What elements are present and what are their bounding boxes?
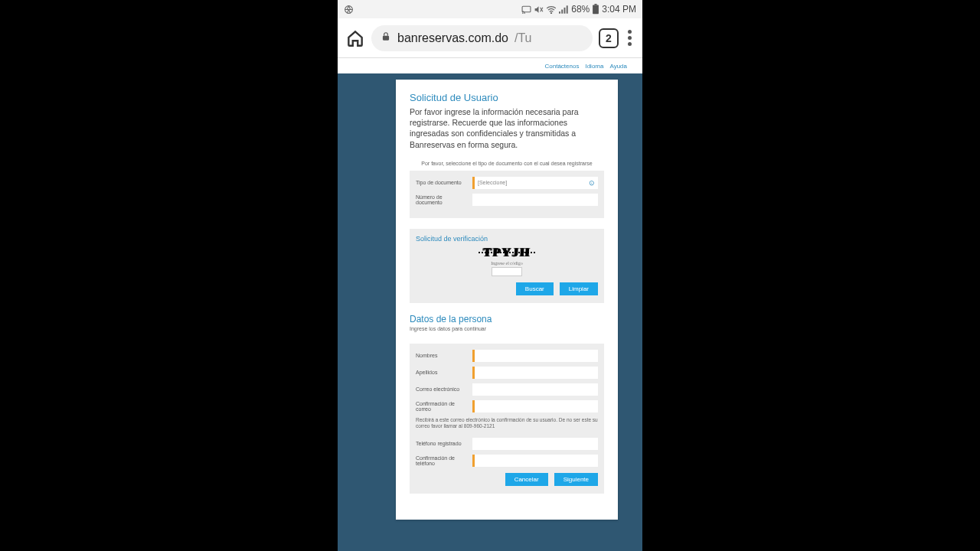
email-label: Correo electrónico	[416, 386, 468, 392]
person-section: Nombres Apellidos Correo electrónico Con…	[410, 344, 604, 494]
link-contact[interactable]: Contáctenos	[545, 63, 580, 70]
captcha-image: TPYJH	[482, 246, 531, 259]
apellidos-label: Apellidos	[416, 370, 468, 375]
svg-point-4	[551, 12, 552, 13]
verify-title: Solicitud de verificación	[416, 235, 598, 243]
battery-icon	[592, 4, 599, 15]
lock-icon	[381, 31, 391, 45]
url-domain: banreservas.com.do	[397, 31, 508, 45]
apellidos-input[interactable]	[472, 367, 598, 379]
captcha-input[interactable]	[492, 267, 522, 276]
url-path: /Tu	[514, 31, 532, 45]
mute-icon	[534, 5, 544, 15]
phone-frame: 68% 3:04 PM banreservas.com.do/Tu 2 Cont…	[338, 0, 642, 551]
buscar-button[interactable]: Buscar	[516, 282, 554, 295]
person-title: Datos de la persona	[410, 314, 604, 324]
email-input[interactable]	[472, 383, 598, 396]
document-section: Tipo de documento [Seleccione] ⊙ Número …	[410, 171, 604, 218]
chevron-down-icon: ⊙	[589, 179, 595, 187]
status-bar: 68% 3:04 PM	[338, 0, 642, 18]
nombres-input[interactable]	[472, 350, 598, 362]
link-help[interactable]: Ayuda	[609, 63, 627, 70]
svg-rect-5	[559, 11, 560, 14]
registration-card: Solicitud de Usuario Por favor ingrese l…	[396, 80, 618, 520]
cast-icon	[521, 5, 531, 14]
svg-rect-6	[562, 9, 564, 13]
limpiar-button[interactable]: Limpiar	[560, 282, 598, 295]
clock-text: 3:04 PM	[602, 4, 636, 15]
page-viewport: Contáctenos Idioma Ayuda Solicitud de Us…	[338, 58, 642, 551]
home-icon[interactable]	[345, 28, 365, 48]
signal-icon	[559, 5, 569, 14]
doc-num-input[interactable]	[472, 194, 598, 206]
intro-text: Por favor ingrese la información necesar…	[410, 106, 604, 150]
svg-rect-12	[383, 35, 389, 40]
battery-text: 68%	[571, 4, 590, 15]
doc-type-label: Tipo de documento	[416, 180, 468, 185]
siguiente-button[interactable]: Siguiente	[554, 473, 598, 486]
tab-count-button[interactable]: 2	[599, 28, 619, 48]
aperture-icon	[344, 5, 354, 15]
menu-icon[interactable]	[625, 27, 635, 49]
svg-rect-8	[567, 5, 568, 13]
person-sub: Ingrese los datos para continuar	[410, 326, 604, 331]
phone-label: Teléfono registrado	[416, 441, 468, 446]
header-links: Contáctenos Idioma Ayuda	[338, 58, 642, 73]
captcha-hint: Ingrese el código	[491, 261, 522, 266]
svg-rect-7	[564, 7, 566, 13]
doc-num-label: Número de documento	[416, 194, 468, 205]
phone-confirm-input[interactable]	[472, 455, 598, 467]
phone-input[interactable]	[472, 438, 598, 450]
email-note: Recibirá a este correo electrónico la co…	[416, 417, 598, 430]
browser-toolbar: banreservas.com.do/Tu 2	[338, 18, 642, 58]
svg-rect-10	[595, 4, 597, 5]
nombres-label: Nombres	[416, 353, 468, 358]
doc-type-select[interactable]: [Seleccione] ⊙	[472, 177, 598, 189]
cancelar-button[interactable]: Cancelar	[505, 473, 548, 486]
page-title: Solicitud de Usuario	[410, 92, 604, 103]
doc-hint: Por favor, seleccione el tipo de documen…	[410, 161, 604, 166]
link-language[interactable]: Idioma	[585, 63, 603, 70]
phone-confirm-label: Confirmación de teléfono	[416, 455, 468, 466]
email-confirm-label: Confirmación de correo	[416, 401, 468, 412]
email-confirm-input[interactable]	[472, 400, 598, 412]
url-bar[interactable]: banreservas.com.do/Tu	[371, 25, 593, 51]
svg-rect-11	[593, 8, 598, 13]
verification-section: Solicitud de verificación TPYJH Ingrese …	[410, 229, 604, 303]
wifi-icon	[546, 5, 557, 14]
